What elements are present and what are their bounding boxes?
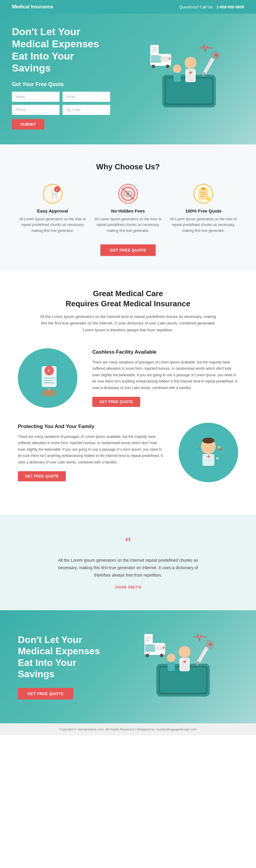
svg-text:✚: ✚: [208, 642, 213, 647]
svg-point-53: [202, 438, 214, 443]
feature-quote: ⭐ 100% Free Quote All Lorem Ipsum genera…: [169, 183, 238, 234]
cashless-cta[interactable]: GET FREE QUOTE: [92, 397, 140, 407]
svg-point-13: [166, 65, 169, 68]
family-desc: There are many variations of passages of…: [18, 434, 164, 466]
cta-footer-button[interactable]: GET FREE QUOTE: [18, 688, 73, 700]
feature-approval-name: Easy Approval: [18, 208, 87, 213]
family-cta[interactable]: GET FREE QUOTE: [18, 471, 66, 481]
feature-nofees: No Hidden Fees All Lorem Ipsum generator…: [93, 183, 163, 234]
site-header: Medical Insurance Questions? Call Us: 1-…: [0, 0, 256, 14]
svg-text:❤: ❤: [216, 456, 219, 461]
phone-number: 1-888-000-0800: [216, 5, 244, 9]
hero-left: Don't Let Your Medical Expenses Eat Into…: [12, 26, 128, 129]
cta-footer-section: Don't Let Your Medical Expenses Eat Into…: [0, 610, 256, 723]
footer-text: Copyright © domainname.com. All Rights R…: [60, 727, 197, 731]
testimonial-text: All the Lorem Ipsum generators on the In…: [54, 557, 202, 579]
feature-approval-icon: 🦷 ✓: [42, 183, 63, 204]
site-logo: Medical Insurance: [12, 4, 53, 9]
feature-nofees-icon: [118, 183, 138, 204]
submit-button[interactable]: SUBMIT: [12, 119, 44, 129]
cashless-content: Cashless Facility Available There are ma…: [92, 349, 238, 407]
svg-point-74: [160, 654, 163, 657]
svg-rect-36: [201, 188, 205, 190]
phone-input[interactable]: [12, 105, 60, 115]
svg-text:✓: ✓: [55, 377, 57, 380]
quote-icon: ": [30, 536, 226, 551]
medical-intro: All the Lorem Ipsum generators on the In…: [39, 313, 217, 333]
medical-feature-family: 🩺 💊 ❤ Protecting You And Your Family The…: [18, 423, 238, 482]
cta-title: Don't Let Your Medical Expenses Eat Into…: [18, 634, 113, 680]
svg-rect-9: [173, 73, 181, 82]
svg-text:💊: 💊: [217, 445, 223, 451]
feature-approval: 🦷 ✓ Easy Approval All Lorem Ipsum genera…: [18, 183, 87, 234]
medical-feature-cashless: + ✓ ✓ ✓ Cashless Facility Available Ther…: [18, 348, 238, 408]
hero-section: Don't Let Your Medical Expenses Eat Into…: [0, 14, 256, 144]
features-row: 🦷 ✓ Easy Approval All Lorem Ipsum genera…: [18, 183, 238, 234]
svg-rect-70: [168, 662, 175, 671]
family-title: Protecting You And Your Family: [18, 424, 164, 430]
phone-label: Questions? Call Us:: [179, 5, 214, 9]
svg-point-73: [146, 654, 149, 657]
feature-nofees-name: No Hidden Fees: [93, 208, 163, 213]
hero-form: SUBMIT: [12, 92, 113, 129]
svg-point-33: [127, 192, 129, 195]
hero-illustration: ✚: [145, 39, 228, 116]
svg-point-12: [152, 65, 155, 68]
header-phone-area: Questions? Call Us: 1-888-000-0800: [179, 4, 244, 9]
medical-section: Great Medical CareRequires Great Medical…: [0, 271, 256, 515]
cashless-desc: There are many variations of passages of…: [92, 359, 238, 392]
svg-text:✚: ✚: [214, 52, 219, 58]
svg-rect-72: [145, 645, 155, 652]
cta-right: ✚: [128, 628, 238, 706]
svg-rect-82: [145, 634, 153, 644]
name-input[interactable]: [12, 92, 60, 102]
feature-approval-desc: All Lorem Ipsum generators on the Inter …: [18, 216, 87, 234]
hero-title: Don't Let Your Medical Expenses Eat Into…: [12, 26, 113, 74]
cta-left: Don't Let Your Medical Expenses Eat Into…: [18, 634, 128, 700]
email-input[interactable]: [63, 92, 110, 102]
svg-text:⭐: ⭐: [205, 196, 211, 201]
cashless-title: Cashless Facility Available: [92, 349, 238, 355]
family-content: Protecting You And Your Family There are…: [18, 424, 164, 481]
svg-rect-21: [150, 45, 159, 55]
svg-text:+: +: [47, 368, 50, 374]
why-title: Why Choose Us?: [18, 162, 238, 172]
testimonial-section: " All the Lorem Ipsum generators on the …: [0, 515, 256, 611]
feature-quote-name: 100% Free Quote: [169, 208, 238, 213]
svg-point-8: [173, 65, 181, 73]
svg-text:✓: ✓: [54, 382, 56, 385]
cta-illustration: ✚: [138, 628, 228, 706]
hero-form-title: Get Your Free Quote: [12, 81, 128, 88]
feature-quote-desc: All Lorem Ipsum generators on the Inter …: [169, 216, 238, 234]
svg-point-3: [185, 57, 196, 69]
hero-right: ✚: [128, 39, 244, 116]
feature-nofees-desc: All Lorem Ipsum generators on the Inter …: [93, 216, 163, 234]
testimonial-author: JOHN SMITH: [30, 585, 226, 589]
svg-point-64: [179, 646, 191, 658]
why-cta-button[interactable]: GET FREE QUOTE: [100, 244, 156, 256]
svg-rect-17: [203, 57, 215, 74]
medical-title: Great Medical CareRequires Great Medical…: [18, 289, 238, 309]
svg-text:✓: ✓: [55, 187, 59, 192]
svg-rect-5: [187, 69, 194, 82]
svg-point-69: [167, 654, 175, 662]
svg-rect-11: [151, 55, 161, 63]
why-section: Why Choose Us? 🦷 ✓ Easy Approval All Lor…: [0, 144, 256, 271]
svg-rect-78: [197, 646, 209, 663]
page-footer: Copyright © domainname.com. All Rights R…: [0, 723, 256, 735]
cashless-illustration: + ✓ ✓ ✓: [18, 348, 77, 408]
zipcode-input[interactable]: [63, 105, 110, 115]
feature-quote-icon: ⭐: [193, 183, 214, 204]
family-illustration: 🩺 💊 ❤: [179, 423, 238, 482]
svg-text:🩺: 🩺: [195, 445, 201, 451]
svg-point-51: [42, 389, 57, 397]
svg-rect-66: [181, 658, 188, 671]
